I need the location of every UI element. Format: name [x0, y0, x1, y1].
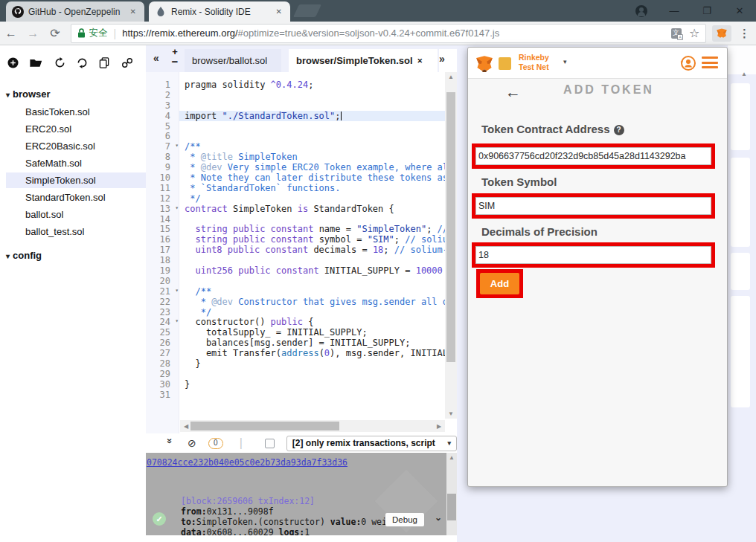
line-number: 31 [146, 390, 179, 400]
browser-window: GitHub - OpenZeppelin ✕ Remix - Solidity… [0, 0, 756, 542]
code-line: * @title SimpleToken [179, 152, 445, 162]
terminal-collapse-icon[interactable]: » [164, 438, 176, 448]
folder-config[interactable]: ▾config [6, 250, 146, 261]
fold-caret-icon[interactable]: ▾ [175, 287, 179, 294]
reload-button[interactable]: ⟳ [44, 26, 66, 40]
scroll-up-icon[interactable]: ▲ [445, 74, 457, 80]
metamask-extension-button[interactable] [712, 25, 731, 42]
back-arrow-icon[interactable]: ← [505, 83, 521, 101]
line-number: 5 [146, 121, 179, 132]
line-number: 13▾ [146, 204, 179, 214]
publish-gist-icon[interactable] [54, 57, 65, 68]
right-panel-card [731, 83, 750, 150]
fold-caret-icon[interactable]: ▾ [175, 142, 179, 149]
bookmark-star-icon[interactable]: ☆ [689, 26, 699, 40]
copy-files-icon[interactable] [99, 57, 110, 68]
new-file-icon[interactable] [7, 57, 19, 68]
minimize-button[interactable]: — [658, 5, 691, 16]
security-label[interactable]: 安全 [89, 27, 108, 39]
file-item-StandardToken.sol[interactable]: StandardToken.sol [6, 190, 146, 205]
browser-tab-remix[interactable]: Remix - Solidity IDE ✕ [149, 1, 290, 22]
terminal-panel[interactable]: remix 070824cce232b040e05c0e2b73da93da7f… [146, 453, 457, 535]
code-line [179, 214, 445, 225]
network-caret-icon: ▾ [563, 58, 567, 65]
maximize-button[interactable]: ❐ [691, 5, 723, 16]
url-domain: https://remix.ethereum.org/ [122, 28, 237, 39]
file-item-ERC20.sol[interactable]: ERC20.sol [6, 121, 146, 137]
line-number: 19 [146, 265, 179, 276]
terminal-scrollbar[interactable]: ▲ ▼ [446, 453, 457, 535]
translate-icon[interactable]: 文A [671, 28, 682, 39]
network-selector[interactable]: Rinkeby Test Net [519, 53, 549, 72]
file-item-ballot_test.sol[interactable]: ballot_test.sol [6, 224, 146, 239]
url-text[interactable]: https://remix.ethereum.org/#optimize=tru… [122, 28, 671, 39]
line-number-gutter: 1234567▾8910111213▾1415161718192021▾2223… [146, 80, 179, 400]
folder-browser[interactable]: ▾browser [6, 88, 146, 100]
expand-tx-icon[interactable]: ⌄ [435, 512, 442, 523]
tab-close-icon[interactable]: ✕ [128, 6, 138, 17]
account-switcher-icon[interactable] [679, 54, 697, 72]
fold-caret-icon[interactable]: ▾ [175, 317, 179, 324]
listen-transactions-checkbox[interactable] [265, 439, 275, 448]
code-editor[interactable]: 1234567▾8910111213▾1415161718192021▾2223… [146, 72, 457, 433]
github-icon [12, 6, 24, 18]
file-item-SafeMath.sol[interactable]: SafeMath.sol [6, 155, 146, 171]
editor-tab-simpletoken[interactable]: browser/SimpleToken.sol✕ [289, 49, 438, 72]
file-item-BasicToken.sol[interactable]: BasicToken.sol [6, 104, 146, 120]
dropdown-caret-icon: ▾ [447, 439, 451, 447]
help-icon[interactable]: ? [614, 125, 624, 135]
code-line: string public constant name = "SimpleTok… [179, 224, 445, 234]
tx-hash-link[interactable]: 070824cce232b040e05c0e2b73da93da7f33d36 [147, 457, 347, 468]
debug-button[interactable]: Debug [385, 513, 424, 526]
scrollbar-thumb[interactable] [447, 494, 456, 520]
browser-tab-github[interactable]: GitHub - OpenZeppelin ✕ [6, 1, 144, 22]
code-line: balances[msg.sender] = INITIAL_SUPPLY; [179, 338, 445, 348]
clear-console-icon[interactable]: ⊘ [188, 437, 196, 449]
line-number: 11 [146, 183, 179, 193]
file-item-ERC20Basic.sol[interactable]: ERC20Basic.sol [6, 138, 146, 154]
address-label: Token Contract Address? [481, 123, 624, 135]
token-symbol-input[interactable] [475, 197, 711, 215]
browser-toolbar: ← → ⟳ 安全 | https://remix.ethereum.org/#o… [0, 22, 756, 45]
code-line: uint8 public constant decimals = 18; // … [179, 245, 445, 255]
link-localhost-icon[interactable] [121, 57, 133, 68]
token-address-input[interactable] [475, 147, 711, 165]
file-item-ballot.sol[interactable]: ballot.sol [6, 207, 146, 222]
scroll-up-icon[interactable]: ▲ [446, 454, 457, 461]
file-list: BasicToken.solERC20.solERC20Basic.solSaf… [6, 104, 146, 239]
file-item-SimpleToken.sol[interactable]: SimpleToken.sol [6, 172, 146, 188]
chrome-menu-icon[interactable]: ⋮ [739, 27, 750, 40]
line-number: 16 [146, 234, 179, 245]
profile-icon[interactable] [635, 5, 647, 17]
new-tab-button[interactable] [293, 4, 321, 17]
copy-to-instance-icon[interactable] [77, 57, 88, 68]
code-line: * `StandardToken` functions. [179, 183, 445, 193]
scrollbar-thumb[interactable] [446, 92, 455, 362]
open-folder-icon[interactable] [30, 57, 43, 68]
scroll-right-icon[interactable]: ▶ [433, 423, 445, 430]
code-line: uint256 public constant INITIAL_SUPPLY =… [179, 265, 445, 276]
scroll-down-icon[interactable]: ▼ [445, 410, 457, 417]
tab-close-icon[interactable]: ✕ [274, 6, 284, 17]
terminal-filter-dropdown[interactable]: [2] only remix transactions, script ▾ [286, 436, 457, 451]
tab-close-icon[interactable]: ✕ [417, 57, 423, 65]
editor-zoom-controls[interactable]: +− [170, 47, 180, 66]
menu-icon[interactable] [702, 57, 718, 71]
expand-panel-icon[interactable]: » [439, 49, 457, 72]
code-line: } [179, 379, 445, 390]
back-button[interactable]: ← [0, 27, 22, 40]
close-button[interactable]: ✕ [723, 5, 756, 16]
editor-horizontal-scrollbar[interactable]: ◀ ▶ [180, 420, 445, 432]
collapse-panel-icon[interactable]: « [153, 52, 159, 64]
token-decimals-input[interactable] [475, 246, 711, 264]
add-token-button[interactable]: Add [480, 273, 519, 294]
line-number: 3 [146, 100, 179, 111]
editor-vertical-scrollbar[interactable]: ▲ ▼ [445, 72, 457, 419]
scroll-up-icon[interactable]: ▲ [741, 71, 747, 77]
fold-caret-icon[interactable]: ▾ [175, 204, 179, 211]
forward-button[interactable]: → [22, 27, 45, 40]
code-line [179, 390, 445, 400]
address-bar[interactable]: 安全 | https://remix.ethereum.org/#optimiz… [71, 24, 707, 43]
editor-tab-ballot[interactable]: browser/ballot.sol [185, 49, 281, 72]
scrollbar-thumb[interactable] [190, 422, 339, 430]
